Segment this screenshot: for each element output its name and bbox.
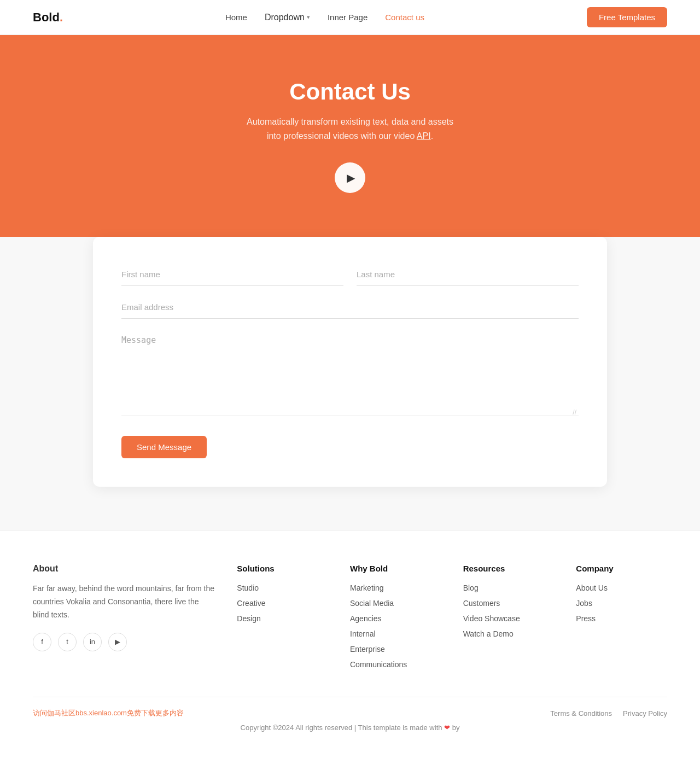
nav-links: Home Dropdown ▾ Inner Page Contact us — [225, 13, 424, 22]
message-input[interactable] — [121, 329, 579, 416]
navbar: Bold. Home Dropdown ▾ Inner Page Contact… — [0, 0, 700, 35]
footer-link-internal[interactable]: Internal — [350, 629, 376, 638]
resources-list: Blog Customers Video Showcase Watch a De… — [463, 583, 555, 639]
footer-link-about-us[interactable]: About Us — [576, 584, 608, 592]
name-row — [121, 263, 579, 286]
footer-col-why-bold: Why Bold Marketing Social Media Agencies… — [350, 564, 441, 675]
contact-form: // Send Message — [121, 263, 579, 458]
logo-text: Bold — [33, 10, 60, 24]
solutions-list: Studio Creative Design — [237, 583, 328, 623]
nav-home[interactable]: Home — [225, 13, 247, 22]
footer-watermark: 访问伽马社区bbs.xienlao.com免费下载更多内容 — [33, 708, 184, 718]
terms-link[interactable]: Terms & Conditions — [550, 709, 612, 718]
youtube-icon[interactable]: ▶ — [108, 633, 127, 651]
play-button[interactable]: ▶ — [335, 162, 365, 193]
hero-description: Automatically transform existing text, d… — [22, 115, 678, 143]
nav-dropdown[interactable]: Dropdown ▾ — [265, 13, 310, 22]
copyright-text: Copyright ©2024 All rights reserved | Th… — [33, 724, 667, 732]
footer-link-watch-demo[interactable]: Watch a Demo — [463, 629, 514, 638]
company-list: About Us Jobs Press — [576, 583, 667, 623]
hero-section: Contact Us Automatically transform exist… — [0, 35, 700, 270]
footer-link-enterprise[interactable]: Enterprise — [350, 645, 385, 654]
footer-link-communications[interactable]: Communications — [350, 660, 407, 669]
first-name-group — [121, 263, 343, 286]
why-bold-list: Marketing Social Media Agencies Internal… — [350, 583, 441, 669]
contact-form-card: // Send Message — [93, 237, 607, 487]
textarea-wrap: // — [121, 329, 579, 418]
footer-col-company: Company About Us Jobs Press — [576, 564, 667, 675]
nav-contact[interactable]: Contact us — [385, 13, 424, 22]
why-bold-heading: Why Bold — [350, 564, 441, 573]
send-message-button[interactable]: Send Message — [121, 436, 207, 458]
footer-grid: About Far far away, behind the word moun… — [33, 564, 667, 675]
logo[interactable]: Bold. — [33, 10, 63, 25]
facebook-icon[interactable]: f — [33, 633, 51, 651]
footer-link-blog[interactable]: Blog — [463, 584, 479, 592]
nav-inner-page[interactable]: Inner Page — [328, 13, 368, 22]
free-templates-button[interactable]: Free Templates — [587, 7, 667, 27]
message-group: // — [121, 329, 579, 418]
footer-link-customers[interactable]: Customers — [463, 599, 500, 608]
footer-about: About Far far away, behind the word moun… — [33, 564, 215, 675]
footer-link-agencies[interactable]: Agencies — [350, 614, 382, 623]
email-input[interactable] — [121, 296, 579, 319]
privacy-link[interactable]: Privacy Policy — [623, 709, 667, 718]
linkedin-icon[interactable]: in — [83, 633, 102, 651]
footer-copyright-row: Copyright ©2024 All rights reserved | Th… — [33, 718, 667, 732]
twitter-icon[interactable]: t — [58, 633, 77, 651]
footer-link-marketing[interactable]: Marketing — [350, 584, 383, 592]
footer-link-press[interactable]: Press — [576, 614, 596, 623]
footer-legal-links: Terms & Conditions Privacy Policy — [550, 709, 667, 718]
footer-link-creative[interactable]: Creative — [237, 599, 265, 608]
api-link[interactable]: API — [417, 131, 431, 141]
social-links: f t in ▶ — [33, 633, 215, 651]
footer-about-heading: About — [33, 564, 215, 574]
footer-link-jobs[interactable]: Jobs — [576, 599, 592, 608]
hero-title: Contact Us — [22, 79, 678, 105]
first-name-input[interactable] — [121, 263, 343, 286]
solutions-heading: Solutions — [237, 564, 328, 573]
play-icon: ▶ — [347, 171, 355, 184]
footer-link-design[interactable]: Design — [237, 614, 261, 623]
footer-bottom: 访问伽马社区bbs.xienlao.com免费下载更多内容 Terms & Co… — [33, 697, 667, 718]
footer-link-studio[interactable]: Studio — [237, 584, 259, 592]
chevron-down-icon: ▾ — [307, 14, 310, 21]
footer: About Far far away, behind the word moun… — [0, 530, 700, 748]
company-heading: Company — [576, 564, 667, 573]
footer-col-resources: Resources Blog Customers Video Showcase … — [463, 564, 555, 675]
footer-link-social-media[interactable]: Social Media — [350, 599, 394, 608]
form-section: // Send Message — [0, 237, 700, 530]
footer-col-solutions: Solutions Studio Creative Design — [237, 564, 328, 675]
heart-icon: ❤ — [444, 724, 450, 732]
resources-heading: Resources — [463, 564, 555, 573]
logo-dot: . — [60, 10, 63, 24]
footer-link-video-showcase[interactable]: Video Showcase — [463, 614, 520, 623]
email-group — [121, 296, 579, 319]
last-name-group — [357, 263, 579, 286]
resize-handle-icon: // — [573, 409, 576, 416]
watermark-text: 访问伽马社区bbs.xienlao.com免费下载更多内容 — [33, 709, 184, 717]
footer-about-text: Far far away, behind the word mountains,… — [33, 582, 215, 621]
last-name-input[interactable] — [357, 263, 579, 286]
